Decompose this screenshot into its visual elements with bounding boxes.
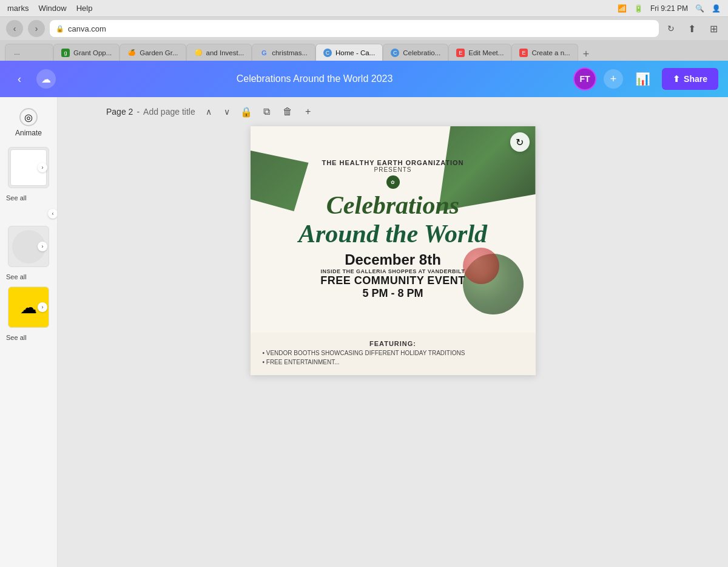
page-title-area: Page 2 - Add page title (106, 107, 195, 117)
tab-label-grant: Grant Opp... (73, 49, 112, 56)
design-event-type: FREE COMMUNITY EVENT (320, 274, 465, 287)
tab-label-edit: Edit Meet... (468, 49, 504, 56)
mac-menu-window[interactable]: Window (38, 4, 66, 13)
tab-celebration[interactable]: C Celebratio... (383, 44, 448, 61)
left-sidebar: ◎ Animate › See all ‹ › See all ☁ (0, 97, 58, 567)
tab-favicon-grant: g (61, 49, 70, 57)
design-presents: PRESENTS (374, 166, 412, 173)
tab-favicon-create: E (519, 49, 528, 57)
tab-favicon-celebration: C (391, 49, 399, 57)
page-add-button[interactable]: + (300, 103, 317, 120)
sidebar-nav-arrow-2[interactable]: › (38, 242, 47, 251)
canva-back-button[interactable]: ‹ (10, 69, 29, 89)
canva-cloud-button[interactable]: ☁ (36, 69, 56, 89)
sidebar-nav-arrow-1[interactable]: › (38, 163, 47, 172)
browser-tabs: … g Grant Opp... 🍊 Garden Gr... 🟡 and In… (0, 40, 728, 61)
design-featuring-label: FEATURING: (263, 340, 524, 347)
tab-favicon-edit: E (456, 49, 465, 57)
tab-label-celebration: Celebratio... (403, 49, 440, 56)
tab-1[interactable]: … (5, 44, 53, 61)
tab-garden[interactable]: 🍊 Garden Gr... (120, 44, 186, 61)
tab-christmas[interactable]: G christmas... (252, 44, 315, 61)
page-lock-button[interactable]: 🔒 (238, 103, 255, 120)
tab-favicon-1: … (13, 49, 21, 57)
tab-label-garden: Garden Gr... (140, 49, 178, 56)
mac-menu-bar: marks Window Help (7, 4, 92, 13)
design-feature-2: • FREE ENTERTAINMENT... (263, 359, 524, 365)
refresh-design-button[interactable]: ↻ (510, 132, 530, 152)
spotlight-icon[interactable]: 🔍 (695, 4, 704, 13)
tab-label-create: Create a n... (531, 49, 570, 56)
page-duplicate-button[interactable]: ⧉ (258, 103, 275, 120)
mac-menu-marks[interactable]: marks (7, 4, 29, 13)
tab-label-home: Home - Ca... (335, 49, 375, 56)
lock-icon: 🔒 (56, 25, 64, 33)
animate-icon: ◎ (19, 108, 38, 126)
browser-extras: ⬆ ⊞ (683, 20, 722, 37)
mac-status-bar: 📶 🔋 Fri 9:21 PM 🔍 👤 (618, 4, 721, 13)
canva-document-title: Celebrations Around the World 2023 (63, 73, 566, 84)
reload-button[interactable]: ↻ (664, 21, 678, 36)
sidebar-thumbnail-square[interactable]: › (8, 147, 49, 188)
page-header: Page 2 - Add page title ∧ ∨ 🔒 ⧉ 🗑 + (106, 103, 317, 120)
browser-chrome: ‹ › 🔒 canva.com ↻ ⬆ ⊞ … g Grant Opp... 🍊… (0, 17, 728, 61)
tab-favicon-invest: 🟡 (194, 49, 203, 57)
page-up-button[interactable]: ∧ (201, 104, 216, 119)
design-org-name: THE HEALTHY EARTH ORGANIZATION (322, 159, 463, 166)
design-feature-1: • VENDOR BOOTHS SHOWCASING DIFFERENT HOL… (263, 350, 524, 356)
sidebar-collapse-arrow[interactable]: ‹ (48, 209, 58, 219)
page-number-label: Page 2 (106, 107, 133, 117)
tab-edit-meet[interactable]: E Edit Meet... (448, 44, 511, 61)
sidebar-collapse-container: ‹ (4, 208, 53, 220)
page-dash: - (136, 107, 140, 117)
clock-display: Fri 9:21 PM (650, 4, 688, 13)
sidebar-section-cloud: ☁ › (4, 287, 53, 328)
design-canvas[interactable]: THE HEALTHY EARTH ORGANIZATION PRESENTS … (251, 126, 536, 375)
tab-grant-opp[interactable]: g Grant Opp... (53, 44, 120, 61)
design-lower-section: FEATURING: • VENDOR BOOTHS SHOWCASING DI… (251, 333, 536, 375)
canva-user-avatar[interactable]: FT (573, 67, 596, 90)
sidebar-nav-arrow-3[interactable]: › (38, 302, 47, 312)
forward-button[interactable]: › (28, 20, 45, 37)
sidebar-section-squares: › (4, 147, 53, 188)
canva-share-button[interactable]: ⬆ Share (662, 68, 718, 90)
design-celebrations-text: Celebrations (326, 191, 459, 219)
page-toolbar: ∧ ∨ 🔒 ⧉ 🗑 + (201, 103, 317, 120)
page-delete-button[interactable]: 🗑 (279, 103, 296, 120)
page-add-title[interactable]: Add page title (143, 107, 195, 117)
see-all-cloud[interactable]: See all (4, 334, 27, 341)
tab-home-ca[interactable]: C Home - Ca... (315, 44, 383, 61)
page-down-button[interactable]: ∨ (220, 104, 234, 119)
main-layout: ◎ Animate › See all ‹ › See all ☁ (0, 97, 728, 567)
new-tab-button[interactable]: + (578, 48, 595, 61)
mac-topbar: marks Window Help 📶 🔋 Fri 9:21 PM 🔍 👤 (0, 0, 728, 17)
sidebar-section-circles: › (4, 226, 53, 267)
animate-label: Animate (15, 129, 42, 137)
design-venue-text: INSIDE THE GALLERIA SHOPPES AT VANDERBIL… (321, 268, 465, 274)
extensions-button[interactable]: ⊞ (705, 20, 722, 37)
see-all-circles[interactable]: See all (4, 273, 27, 280)
share-icon: ⬆ (673, 74, 680, 84)
canva-add-collaborator-button[interactable]: + (604, 69, 623, 89)
share-browser-button[interactable]: ⬆ (683, 20, 700, 37)
sidebar-thumbnail-cloud[interactable]: ☁ › (8, 287, 49, 328)
design-image-area: THE HEALTHY EARTH ORGANIZATION PRESENTS … (251, 126, 536, 333)
canvas-area: Page 2 - Add page title ∧ ∨ 🔒 ⧉ 🗑 + (58, 97, 728, 567)
profile-icon[interactable]: 👤 (712, 4, 721, 13)
mac-menu-help[interactable]: Help (76, 4, 93, 13)
see-all-squares[interactable]: See all (4, 194, 27, 202)
tab-label-invest: and Invest... (206, 49, 244, 56)
design-around-text: Around the World (298, 220, 487, 248)
sidebar-thumbnail-circle[interactable]: › (8, 226, 49, 267)
design-time-text: 5 PM - 8 PM (362, 287, 423, 300)
tab-create[interactable]: E Create a n... (511, 44, 578, 61)
animate-button[interactable]: ◎ Animate (4, 104, 53, 141)
tab-invest[interactable]: 🟡 and Invest... (186, 44, 252, 61)
canva-stats-button[interactable]: 📊 (630, 68, 655, 90)
tab-favicon-home: C (323, 49, 332, 57)
share-label: Share (684, 74, 707, 84)
tab-favicon-christmas: G (260, 49, 268, 57)
address-bar[interactable]: 🔒 canva.com (50, 20, 659, 37)
design-text-area: THE HEALTHY EARTH ORGANIZATION PRESENTS … (251, 126, 536, 333)
back-button[interactable]: ‹ (6, 20, 23, 37)
